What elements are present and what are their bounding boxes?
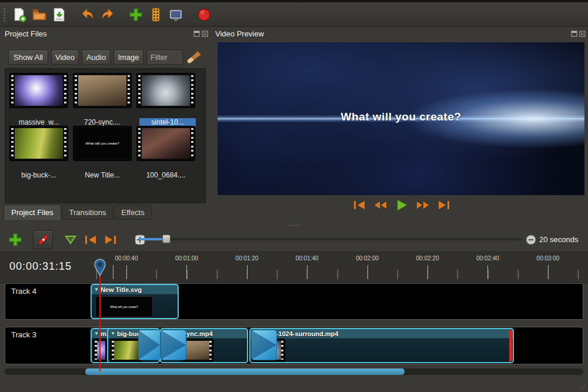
clip-label: New Title.svg bbox=[101, 286, 142, 293]
open-project-button[interactable] bbox=[30, 5, 49, 24]
playhead-marker-icon bbox=[93, 259, 106, 277]
project-files-title: Project Files bbox=[5, 29, 47, 38]
redo-button[interactable] bbox=[98, 5, 117, 24]
filter-show-all-button[interactable]: Show All bbox=[8, 49, 48, 65]
jump-to-start-button[interactable] bbox=[350, 197, 369, 213]
new-title-thumb-text: What will you create? bbox=[85, 142, 119, 145]
file-thumbnail-sintel[interactable] bbox=[137, 73, 195, 108]
export-video-icon bbox=[196, 7, 212, 22]
project-files-grid: massive_w... 720-sync.... sintel-10... W… bbox=[5, 68, 206, 203]
play-icon bbox=[395, 199, 409, 212]
file-thumbnail-big-buck[interactable] bbox=[10, 126, 68, 160]
clip-new-title[interactable]: ▼ New Title.svg What will you create? bbox=[91, 284, 179, 319]
fast-forward-icon bbox=[415, 199, 431, 211]
clip-menu-icon[interactable]: ▼ bbox=[94, 287, 99, 292]
playhead-timecode: 00:00:31:15 bbox=[9, 260, 72, 273]
video-overlay-text: What will you create? bbox=[218, 110, 584, 123]
close-panel-icon[interactable] bbox=[579, 31, 586, 37]
filter-video-button[interactable]: Video bbox=[51, 49, 79, 65]
snapping-button[interactable] bbox=[61, 230, 80, 249]
timeline-jump-start-button[interactable] bbox=[81, 230, 100, 249]
playhead-marker[interactable] bbox=[93, 259, 106, 280]
jump-to-end-button[interactable] bbox=[435, 197, 453, 213]
clip-thumbnail bbox=[111, 339, 142, 361]
filter-image-button[interactable]: Image bbox=[113, 49, 143, 65]
video-preview-title: Video Preview bbox=[215, 29, 264, 38]
export-video-button[interactable] bbox=[195, 5, 213, 24]
toolbar-grip[interactable] bbox=[3, 8, 6, 22]
zoom-slider-handle[interactable] bbox=[162, 234, 171, 243]
file-thumbnail-new-title[interactable]: What will you create? bbox=[74, 126, 131, 160]
pane-splitter[interactable]: ...... bbox=[0, 219, 588, 227]
file-label-720-sync[interactable]: 720-sync.... bbox=[74, 118, 131, 126]
tab-project-files[interactable]: Project Files bbox=[4, 205, 61, 220]
play-button[interactable] bbox=[392, 197, 411, 213]
razor-tool-icon bbox=[36, 233, 49, 246]
timeline-hscrollbar-thumb[interactable] bbox=[85, 368, 405, 375]
float-panel-icon[interactable] bbox=[571, 31, 577, 37]
snapping-icon bbox=[64, 233, 78, 246]
undo-button[interactable] bbox=[78, 5, 97, 24]
brush-icon bbox=[186, 49, 202, 65]
file-label-new-title[interactable]: New Title... bbox=[74, 171, 131, 179]
playback-controls bbox=[350, 197, 453, 213]
fullscreen-button[interactable] bbox=[166, 5, 185, 24]
ruler-mark: 00:01:00 bbox=[168, 255, 205, 262]
ruler-mark: 00:00:40 bbox=[108, 255, 145, 262]
ruler-mark: 00:02:20 bbox=[409, 255, 446, 262]
clip-header: ▼ sintel-1024-surround.mp4 bbox=[250, 329, 513, 338]
close-panel-icon[interactable] bbox=[202, 31, 208, 37]
zoom-slider-track[interactable] bbox=[139, 238, 522, 240]
timeline-ruler[interactable]: 00:00:31:15 00:00:40 00:01:00 00:01:20 0… bbox=[0, 252, 588, 283]
new-project-button[interactable] bbox=[10, 5, 29, 24]
clip-thumb-text: What will you create? bbox=[110, 305, 138, 309]
save-project-button[interactable] bbox=[50, 5, 69, 24]
file-label-sintel-selected[interactable]: sintel-10... bbox=[139, 118, 196, 126]
fast-forward-button[interactable] bbox=[413, 197, 432, 213]
splitter-handle-dots: ...... bbox=[287, 220, 301, 227]
import-files-button[interactable] bbox=[126, 5, 145, 24]
ruler-mark: 00:01:20 bbox=[228, 255, 266, 262]
zoom-out-button[interactable] bbox=[526, 234, 536, 247]
timeline-jump-end-button[interactable] bbox=[101, 230, 120, 249]
clip-sintel[interactable]: ▼ sintel-1024-surround.mp4 bbox=[249, 328, 514, 363]
clip-trim-end-marker[interactable] bbox=[509, 330, 512, 361]
file-label-massive[interactable]: massive_w... bbox=[10, 118, 68, 126]
clip-menu-icon[interactable]: ▼ bbox=[111, 331, 115, 336]
window-resize-grip[interactable]: ⋰ bbox=[580, 384, 586, 390]
transition-2[interactable] bbox=[161, 330, 186, 360]
transition-shape bbox=[139, 330, 160, 360]
ruler-ticks-major bbox=[88, 265, 583, 279]
ruler-mark: 00:02:00 bbox=[349, 255, 386, 262]
file-label-100-0684[interactable]: 100_0684.... bbox=[137, 171, 195, 179]
playhead-line bbox=[99, 267, 101, 371]
video-preview-screen: What will you create? bbox=[218, 42, 584, 195]
open-project-icon bbox=[32, 7, 47, 22]
choose-profile-button[interactable] bbox=[146, 5, 165, 24]
transition-1[interactable] bbox=[139, 330, 160, 360]
float-panel-icon[interactable] bbox=[193, 31, 200, 37]
clip-menu-icon[interactable]: ▼ bbox=[94, 331, 99, 336]
transition-3[interactable] bbox=[252, 330, 276, 360]
file-thumbnail-100-0684[interactable] bbox=[137, 126, 195, 160]
file-label-big-buck[interactable]: big-buck-... bbox=[10, 171, 68, 179]
filter-audio-button[interactable]: Audio bbox=[82, 49, 111, 65]
timeline-jump-end-icon bbox=[103, 234, 118, 246]
rewind-button[interactable] bbox=[371, 197, 390, 213]
file-thumbnail-720-sync[interactable] bbox=[74, 73, 131, 108]
ruler-mark: 00:03:00 bbox=[529, 255, 567, 262]
tab-transitions[interactable]: Transitions bbox=[62, 205, 113, 220]
rewind-icon bbox=[372, 199, 389, 211]
clip-header: ▼ New Title.svg bbox=[92, 285, 178, 294]
transition-shape bbox=[252, 330, 276, 360]
clear-filter-button[interactable] bbox=[186, 49, 202, 67]
tab-effects[interactable]: Effects bbox=[114, 205, 152, 220]
zoom-scale-label: 20 seconds bbox=[539, 235, 579, 244]
razor-tool-button[interactable] bbox=[33, 230, 53, 249]
filter-input[interactable] bbox=[146, 49, 183, 65]
file-thumbnail-massive[interactable] bbox=[10, 73, 68, 108]
jump-to-start-icon bbox=[352, 199, 367, 211]
ruler-mark: 00:02:40 bbox=[469, 255, 506, 262]
redo-icon bbox=[100, 7, 115, 22]
add-track-button[interactable] bbox=[6, 230, 25, 249]
